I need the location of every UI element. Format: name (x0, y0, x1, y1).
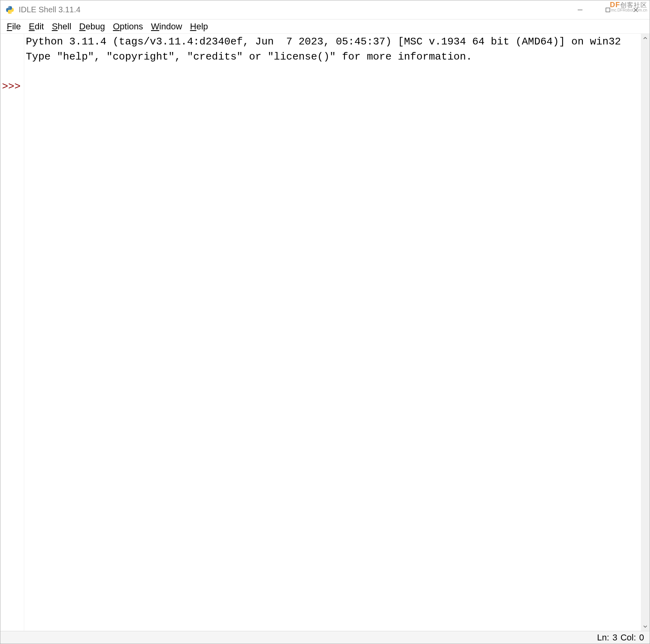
scroll-down-icon[interactable] (641, 622, 650, 631)
menu-help[interactable]: Help (186, 20, 212, 33)
ln-label: Ln: (597, 632, 609, 643)
editor-area: >>> Python 3.11.4 (tags/v3.11.4:d2340ef,… (0, 34, 650, 631)
scroll-up-icon[interactable] (641, 34, 650, 42)
python-icon (5, 5, 15, 15)
statusbar: Ln: 3 Col: 0 (0, 631, 650, 644)
menubar: FileEditShellDebugOptionsWindowHelp (0, 19, 650, 34)
window-title: IDLE Shell 3.11.4 (19, 5, 81, 14)
col-label: Col: (621, 632, 636, 643)
maximize-button[interactable] (594, 0, 622, 19)
minimize-button[interactable] (566, 0, 594, 19)
menu-window[interactable]: Window (147, 20, 186, 33)
idle-window: IDLE Shell 3.11.4 DF创客社区 mc.DFRobot.com.… (0, 0, 650, 644)
menu-debug[interactable]: Debug (75, 20, 109, 33)
window-controls (566, 0, 650, 19)
prompt-gutter: >>> (0, 34, 24, 631)
menu-options[interactable]: Options (109, 20, 147, 33)
col-value: 0 (639, 632, 644, 643)
vertical-scrollbar[interactable] (641, 34, 650, 631)
menu-edit[interactable]: Edit (25, 20, 48, 33)
titlebar[interactable]: IDLE Shell 3.11.4 DF创客社区 mc.DFRobot.com.… (0, 0, 650, 19)
menu-shell[interactable]: Shell (48, 20, 75, 33)
ln-value: 3 (612, 632, 617, 643)
close-button[interactable] (622, 0, 650, 19)
svg-rect-1 (606, 8, 610, 12)
menu-file[interactable]: File (3, 20, 25, 33)
shell-text[interactable]: Python 3.11.4 (tags/v3.11.4:d2340ef, Jun… (24, 34, 641, 631)
